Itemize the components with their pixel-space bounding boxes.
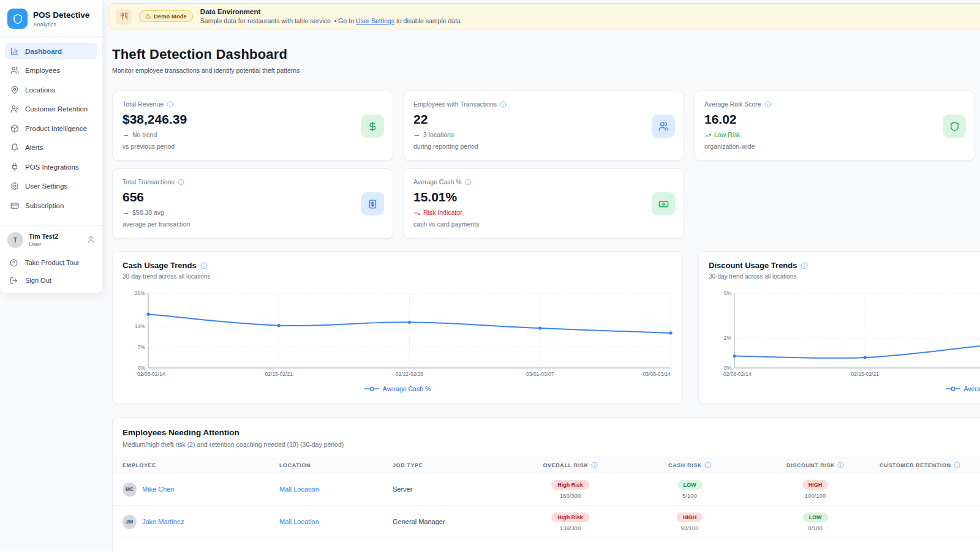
banner-subtitle-text: Sample data for restaurants with table s…	[200, 17, 331, 24]
column-header-overall-risk: Overall Risk	[512, 462, 628, 468]
stat-label: Total Transactions	[123, 178, 175, 186]
job-type: Server	[393, 485, 512, 493]
info-icon[interactable]	[764, 101, 771, 108]
svg-text:7%: 7%	[138, 344, 146, 350]
employee-name-link[interactable]: Mike Chen	[142, 485, 175, 493]
risk-score: 138/300	[560, 525, 581, 531]
app-subtitle: Analytics	[33, 21, 89, 28]
sidebar-item-subscription[interactable]: Subscription	[5, 197, 97, 214]
table-row: JM Jake Martinez Mall Location General M…	[113, 506, 980, 538]
column-header-label: Cash Risk	[668, 462, 702, 468]
chart-legend[interactable]: Average Discount %	[709, 385, 980, 392]
svg-text:2%: 2%	[724, 335, 732, 341]
risk-score: 100/100	[805, 492, 826, 499]
risk-score: 93/100	[680, 525, 698, 531]
legend-marker-icon	[364, 386, 379, 392]
chart-title: Discount Usage Trends	[709, 261, 797, 270]
svg-text:03/01-03/07: 03/01-03/07	[526, 371, 554, 377]
column-header-discount-risk: Discount Risk	[751, 462, 880, 468]
table-title: Employees Needing Attention	[113, 428, 980, 437]
chart-legend[interactable]: Average Cash %	[123, 385, 673, 392]
user-icon	[87, 236, 95, 244]
trending-up-icon	[704, 131, 711, 139]
info-icon[interactable]	[465, 179, 472, 186]
page-subtitle: Monitor employee transactions and identi…	[112, 67, 980, 74]
stat-sub: organization-wide	[704, 143, 965, 150]
minus-icon	[123, 131, 129, 139]
warning-icon	[145, 13, 151, 19]
sidebar-item-locations[interactable]: Locations	[5, 81, 97, 98]
sidebar-item-product-intelligence[interactable]: Product Intelligence	[5, 120, 97, 137]
legend-label: Average Cash %	[383, 385, 431, 392]
table-header-row: Employee Location Job Type Overall Risk …	[113, 457, 980, 473]
info-icon[interactable]	[591, 462, 598, 468]
sidebar-item-user-settings[interactable]: User Settings	[5, 178, 97, 195]
column-header-label: Discount Risk	[786, 462, 835, 468]
sidebar: POS Detective Analytics Dashboard Employ…	[0, 0, 103, 294]
users-icon	[652, 114, 675, 138]
sidebar-item-customer-retention[interactable]: Customer Retention	[5, 101, 97, 118]
info-icon[interactable]	[178, 179, 184, 186]
info-icon[interactable]	[954, 462, 960, 468]
svg-text:25%: 25%	[135, 290, 145, 296]
user-role: User	[29, 241, 58, 247]
column-header-label: Overall Risk	[543, 462, 588, 468]
stat-trend-text: Risk Indicator	[423, 209, 462, 216]
user-info[interactable]: T Tim Test2 User	[0, 226, 102, 254]
minus-icon	[413, 131, 420, 139]
employee-name-link[interactable]: Jake Martinez	[142, 518, 184, 525]
location-link[interactable]: Mall Location	[279, 485, 393, 493]
info-icon[interactable]	[167, 101, 173, 108]
sidebar-item-pos-integrations[interactable]: POS Integrations	[5, 159, 97, 175]
tour-label: Take Product Tour	[25, 259, 79, 266]
stat-value: 656	[123, 190, 383, 204]
plug-icon	[10, 163, 19, 171]
demo-mode-badge: Demo Mode	[139, 10, 193, 22]
cash-usage-trends-card: Cash Usage Trends 30-day trend across al…	[112, 251, 683, 404]
stat-sub: cash vs card payments	[413, 220, 674, 228]
info-icon[interactable]	[500, 101, 507, 108]
sidebar-item-label: Employees	[25, 67, 60, 74]
info-icon[interactable]	[704, 462, 711, 468]
trending-down-icon	[413, 209, 420, 217]
svg-text:02/15-02/21: 02/15-02/21	[265, 371, 293, 377]
stat-label: Average Cash %	[413, 178, 462, 186]
receipt-icon	[361, 192, 384, 216]
sidebar-item-dashboard[interactable]: Dashboard	[5, 43, 97, 59]
take-product-tour-button[interactable]: Take Product Tour	[0, 254, 102, 272]
stat-trend-text: 3 locations	[423, 131, 454, 138]
discount-usage-trends-card: Discount Usage Trends 30-day trend acros…	[698, 251, 980, 404]
stat-card-total-transactions: Total Transactions 656 $58.30 avg averag…	[112, 168, 393, 239]
legend-marker-icon	[946, 386, 960, 392]
discount-risk-cell: LOW 0/100	[751, 512, 880, 531]
info-icon[interactable]	[837, 462, 844, 468]
stat-label: Total Revenue	[123, 100, 164, 108]
location-link[interactable]: Mall Location	[279, 518, 393, 525]
info-icon[interactable]	[200, 262, 208, 269]
package-icon	[10, 124, 19, 133]
sidebar-item-label: User Settings	[25, 182, 67, 190]
sidebar-item-label: Product Intelligence	[25, 125, 87, 132]
user-settings-link[interactable]: User Settings	[356, 17, 394, 24]
shield-icon	[943, 114, 966, 138]
sidebar-item-employees[interactable]: Employees	[5, 62, 97, 79]
user-name: Tim Test2	[29, 233, 58, 240]
avatar: T	[7, 232, 23, 248]
info-icon[interactable]	[801, 262, 808, 269]
avatar: JM	[123, 515, 137, 529]
sign-out-button[interactable]: Sign Out	[0, 272, 102, 290]
app-logo	[7, 9, 28, 29]
stat-trend-text: No trend	[132, 131, 157, 138]
risk-badge: LOW	[677, 480, 703, 490]
stat-label: Average Risk Score	[704, 100, 761, 108]
page-title: Theft Detection Dashboard	[112, 47, 980, 62]
sidebar-item-label: Dashboard	[25, 48, 62, 55]
demo-mode-label: Demo Mode	[154, 13, 187, 20]
sidebar-item-alerts[interactable]: Alerts	[5, 140, 97, 156]
utensils-icon	[116, 9, 132, 24]
svg-text:5%: 5%	[724, 290, 732, 296]
risk-badge: High Risk	[551, 480, 589, 490]
cash-risk-cell: LOW 5/100	[628, 480, 751, 499]
user-x-icon	[10, 105, 19, 113]
cash-usage-line-chart: 0%7%14%25%02/08-02/1402/15-02/2102/22-02…	[123, 288, 674, 381]
